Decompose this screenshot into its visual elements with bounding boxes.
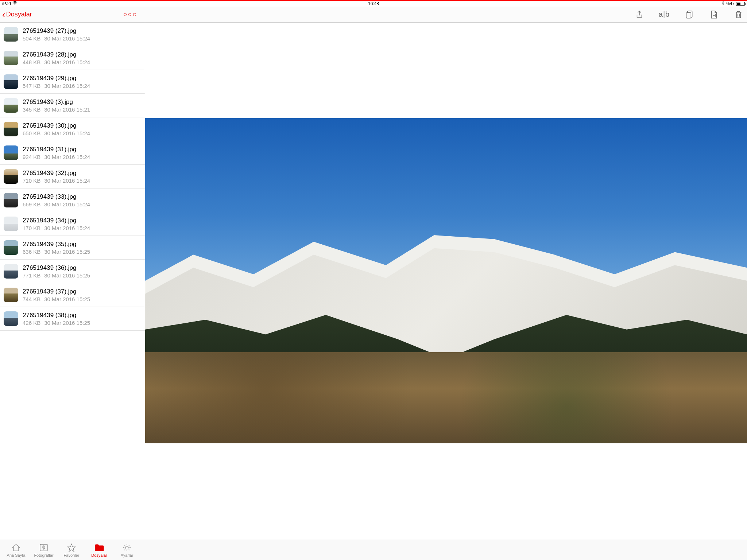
file-meta: 345 KB30 Mar 2016 15:21	[23, 106, 143, 113]
file-thumbnail	[4, 240, 18, 255]
file-row[interactable]: 276519439 (30).jpg650 KB30 Mar 2016 15:2…	[0, 117, 145, 141]
clock: 16:48	[368, 1, 379, 6]
file-name: 276519439 (27).jpg	[23, 27, 143, 35]
file-row[interactable]: 276519439 (32).jpg710 KB30 Mar 2016 15:2…	[0, 165, 145, 188]
file-thumbnail	[4, 122, 18, 136]
file-meta: 504 KB30 Mar 2016 15:24	[23, 35, 143, 42]
file-meta: 771 KB30 Mar 2016 15:25	[23, 272, 143, 279]
file-name: 276519439 (30).jpg	[23, 122, 143, 130]
file-thumbnail	[4, 193, 18, 207]
file-row[interactable]: 276519439 (33).jpg669 KB30 Mar 2016 15:2…	[0, 188, 145, 212]
file-row[interactable]: 276519439 (31).jpg924 KB30 Mar 2016 15:2…	[0, 141, 145, 165]
main-area: 276519439 (27).jpg504 KB30 Mar 2016 15:2…	[0, 23, 467, 350]
file-row[interactable]: 276519439 (35).jpg636 KB30 Mar 2016 15:2…	[0, 236, 145, 260]
file-thumbnail	[4, 264, 18, 279]
file-thumbnail	[4, 27, 18, 42]
file-thumbnail	[4, 51, 18, 65]
file-name: 276519439 (36).jpg	[23, 264, 143, 272]
file-row[interactable]: 276519439 (27).jpg504 KB30 Mar 2016 15:2…	[0, 23, 145, 46]
file-meta: 924 KB30 Mar 2016 15:24	[23, 154, 143, 160]
wifi-icon	[12, 1, 18, 6]
file-meta: 744 KB30 Mar 2016 15:25	[23, 296, 143, 302]
status-bar: iPad 16:48 %47	[0, 1, 467, 7]
file-meta: 669 KB30 Mar 2016 15:24	[23, 201, 143, 207]
file-name: 276519439 (34).jpg	[23, 217, 143, 225]
file-name: 276519439 (31).jpg	[23, 145, 143, 153]
file-row[interactable]: 276519439 (36).jpg771 KB30 Mar 2016 15:2…	[0, 260, 145, 283]
chevron-left-icon: ‹	[2, 10, 5, 19]
file-row[interactable]: 276519439 (37).jpg744 KB30 Mar 2016 15:2…	[0, 283, 145, 307]
file-thumbnail	[4, 217, 18, 231]
file-row[interactable]: 276519439 (38).jpg426 KB30 Mar 2016 15:2…	[0, 307, 145, 331]
svg-point-0	[15, 4, 15, 5]
file-list[interactable]: 276519439 (27).jpg504 KB30 Mar 2016 15:2…	[0, 23, 145, 350]
device-label: iPad	[2, 1, 11, 6]
file-meta: 710 KB30 Mar 2016 15:24	[23, 178, 143, 184]
file-meta: 448 KB30 Mar 2016 15:24	[23, 59, 143, 65]
file-name: 276519439 (3).jpg	[23, 98, 143, 106]
more-options-button[interactable]: ○○○	[123, 11, 138, 18]
file-name: 276519439 (37).jpg	[23, 288, 143, 296]
file-row[interactable]: 276519439 (34).jpg170 KB30 Mar 2016 15:2…	[0, 212, 145, 236]
file-name: 276519439 (38).jpg	[23, 311, 143, 319]
file-thumbnail	[4, 169, 18, 184]
navigation-bar: ‹ Dosyalar ○○○ a|b	[0, 7, 467, 23]
file-thumbnail	[4, 288, 18, 302]
ellipsis-icon: ○○○	[123, 11, 138, 18]
file-row[interactable]: 276519439 (28).jpg448 KB30 Mar 2016 15:2…	[0, 46, 145, 70]
file-meta: 170 KB30 Mar 2016 15:24	[23, 225, 143, 231]
file-meta: 650 KB30 Mar 2016 15:24	[23, 130, 143, 136]
preview-image	[145, 118, 467, 350]
back-button[interactable]: ‹ Dosyalar	[0, 10, 32, 19]
file-name: 276519439 (28).jpg	[23, 51, 143, 59]
file-thumbnail	[4, 98, 18, 113]
file-thumbnail	[4, 74, 18, 89]
file-row[interactable]: 276519439 (29).jpg547 KB30 Mar 2016 15:2…	[0, 70, 145, 94]
file-meta: 636 KB30 Mar 2016 15:25	[23, 249, 143, 255]
file-name: 276519439 (32).jpg	[23, 169, 143, 177]
file-name: 276519439 (35).jpg	[23, 240, 143, 248]
preview-pane[interactable]	[145, 23, 467, 350]
file-name: 276519439 (33).jpg	[23, 193, 143, 201]
file-meta: 547 KB30 Mar 2016 15:24	[23, 83, 143, 89]
file-thumbnail	[4, 311, 18, 326]
file-name: 276519439 (29).jpg	[23, 74, 143, 82]
file-row[interactable]: 276519439 (3).jpg345 KB30 Mar 2016 15:21	[0, 94, 145, 117]
back-label: Dosyalar	[6, 11, 32, 18]
file-thumbnail	[4, 145, 18, 160]
top-red-line	[0, 0, 467, 1]
file-meta: 426 KB30 Mar 2016 15:25	[23, 320, 143, 326]
